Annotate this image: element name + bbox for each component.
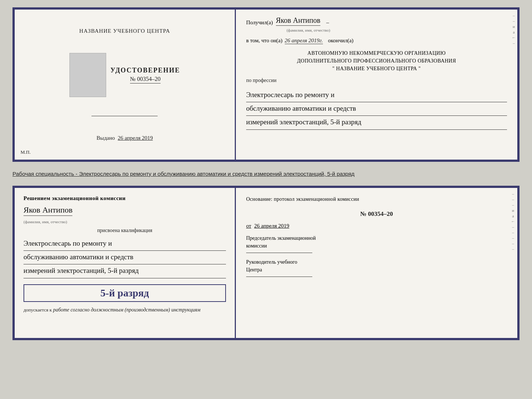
top-document: НАЗВАНИЕ УЧЕБНОГО ЦЕНТРА УДОСТОВЕРЕНИЕ №…: [12, 7, 520, 162]
right-strip: – – и a ← –: [512, 13, 516, 45]
ot-date: 26 апреля 2019: [254, 223, 290, 229]
dopusk-italic: работе согласно должностным (производств…: [53, 307, 200, 313]
razryad-badge: 5-й разряд: [24, 284, 226, 302]
bstrip-d1: –: [512, 225, 514, 229]
okonchil-label: окончил(а): [328, 38, 353, 44]
vtom-date: 26 апреля 2019г.: [285, 38, 323, 44]
mp-label: М.П.: [21, 149, 30, 155]
poluchil-name: Яков Антипов: [276, 16, 320, 26]
strip-i: –: [513, 13, 515, 18]
bstrip-d4: –: [512, 241, 514, 246]
org-line3: " НАЗВАНИЕ УЧЕБНОГО ЦЕНТРА ": [246, 65, 507, 72]
bottom-fio-sub: (фамилия, имя, отчество): [24, 220, 226, 224]
org-block: АВТОНОМНУЮ НЕКОММЕРЧЕСКУЮ ОРГАНИЗАЦИЮ ДО…: [246, 49, 507, 72]
ot-date-line: от 26 апреля 2019: [246, 223, 507, 229]
bstrip-2: –: [512, 197, 514, 202]
top-doc-left: НАЗВАНИЕ УЧЕБНОГО ЦЕНТРА УДОСТОВЕРЕНИЕ №…: [15, 10, 236, 160]
bottom-prof-line3: измерений электростанций, 5-й разряд: [24, 264, 226, 278]
bottom-document: Решением экзаменационной комиссии Яков А…: [12, 186, 520, 340]
profession-line1: Электрослесарь по ремонту и: [246, 89, 507, 102]
strip-a: –: [513, 19, 515, 23]
ot-prefix: от: [246, 223, 251, 229]
vtom-prefix: в том, что он(а): [246, 38, 283, 44]
predsedatel-line2: комиссии: [246, 242, 507, 250]
bottom-name: Яков Антипов: [24, 205, 72, 216]
dopuskaetsya-line: допускается к работе согласно должностны…: [24, 307, 226, 313]
dopuskaetsya-label: допускается к: [24, 307, 52, 313]
bottom-prof-line2: обслуживанию автоматики и средств: [24, 251, 226, 264]
strip-letter-a: a: [513, 30, 515, 34]
rukovoditel-line2: Центра: [246, 266, 507, 274]
bstrip-a: a: [512, 214, 514, 218]
bottom-name-block: Яков Антипов: [24, 205, 226, 216]
vydano-label: Выдано: [97, 135, 115, 141]
po-professii-label: по профессии: [246, 78, 507, 83]
top-center-title: НАЗВАНИЕ УЧЕБНОГО ЦЕНТРА: [79, 28, 170, 34]
org-line2: ДОПОЛНИТЕЛЬНОГО ПРОФЕССИОНАЛЬНОГО ОБРАЗО…: [246, 57, 507, 65]
profession-line2: обслуживанию автоматики и средств: [246, 102, 507, 116]
strip-letter-i: и: [513, 24, 515, 29]
poluchil-line: Получил(а) Яков Антипов –: [246, 16, 507, 26]
vydano-date: 26 апреля 2019: [118, 135, 153, 141]
udost-title: УДОСТОВЕРЕНИЕ: [111, 67, 180, 74]
rukovoditel-sign-line: [246, 277, 312, 277]
profession-line3: измерений электростанций, 5-й разряд: [246, 116, 507, 129]
rukovoditel-line1: Руководитель учебного: [246, 258, 507, 266]
bstrip-d5: –: [512, 247, 514, 251]
bottom-doc-right: Основание: протокол экзаменационной коми…: [236, 188, 517, 338]
bottom-profession-block: Электрослесарь по ремонту и обслуживанию…: [24, 237, 226, 278]
predsedatel-block: Председатель экзаменационной комиссии: [246, 234, 507, 253]
bstrip-3: –: [512, 203, 514, 207]
bstrip-d2: –: [512, 230, 514, 235]
bstrip-1: –: [512, 192, 514, 196]
bstrip-d3: –: [512, 236, 514, 240]
predsedatel-sign-line: [246, 253, 312, 253]
fio-sub-top: (фамилия, имя, отчество): [287, 28, 507, 32]
top-doc-right: Получил(а) Яков Антипов – (фамилия, имя,…: [236, 10, 517, 160]
bottom-doc-left: Решением экзаменационной комиссии Яков А…: [15, 188, 236, 338]
protocol-number: № 00354–20: [246, 210, 507, 218]
bstrip-i: и: [512, 208, 514, 213]
osnovanie-line: Основание: протокол экзаменационной коми…: [246, 195, 507, 203]
signature-line: [91, 116, 158, 116]
bottom-right-strip: – – – и a ← – – – – –: [511, 192, 515, 251]
profession-block: Электрослесарь по ремонту и обслуживанию…: [246, 89, 507, 130]
org-line1: АВТОНОМНУЮ НЕКОММЕРЧЕСКУЮ ОРГАНИЗАЦИЮ: [246, 49, 507, 57]
dash-right: –: [326, 19, 329, 26]
vydano-block: Выдано 26 апреля 2019: [97, 135, 153, 141]
predsedatel-line1: Председатель экзаменационной: [246, 234, 507, 242]
rukovoditel-block: Руководитель учебного Центра: [246, 258, 507, 277]
separator-text: Рабочая специальность - Электрослесарь п…: [12, 168, 520, 179]
strip-dash: –: [513, 41, 515, 45]
photo-placeholder: [69, 53, 106, 97]
resheniem-line: Решением экзаменационной комиссии: [24, 195, 226, 202]
bottom-prof-line1: Электрослесарь по ремонту и: [24, 237, 226, 251]
prisvoena-label: присвоена квалификация: [24, 228, 226, 234]
bstrip-arrow: ←: [511, 219, 515, 224]
udost-number: № 00354–20: [130, 76, 161, 83]
poluchil-prefix: Получил(а): [246, 19, 273, 26]
strip-arrow: ←: [512, 35, 516, 40]
udostoverenie-block: УДОСТОВЕРЕНИЕ № 00354–20: [111, 67, 180, 83]
vtom-line: в том, что он(а) 26 апреля 2019г. окончи…: [246, 38, 507, 44]
